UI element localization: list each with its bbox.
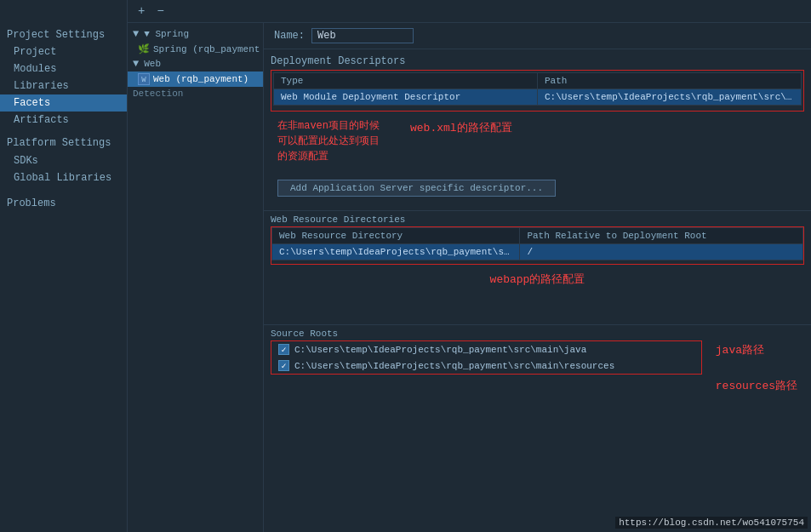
- col-type: Type: [274, 73, 538, 89]
- sidebar-item-facets[interactable]: Facets: [0, 94, 127, 112]
- sidebar-item-artifacts[interactable]: Artifacts: [0, 112, 127, 129]
- spring-label: ▼ Spring: [144, 29, 189, 39]
- resources-source-row[interactable]: ✓ C:\Users\temp\IdeaProjects\rqb_payment…: [271, 358, 701, 374]
- tree-panel: ▼ ▼ Spring 🌿 Spring (rqb_payment ▼ Web W…: [128, 23, 264, 532]
- toolbar: + −: [128, 0, 811, 23]
- sidebar: + Project Settings Project Modules Libra…: [0, 0, 128, 532]
- web-item[interactable]: W Web (rqb_payment): [128, 72, 263, 87]
- web-section-header[interactable]: ▼ Web: [128, 56, 263, 72]
- web-item-label: Web (rqb_payment): [153, 74, 248, 84]
- java-checkbox[interactable]: ✓: [278, 344, 289, 355]
- name-row: Name:: [264, 23, 811, 49]
- spring-section-header[interactable]: ▼ ▼ Spring: [128, 26, 263, 42]
- sidebar-item-libraries[interactable]: Libraries: [0, 77, 127, 94]
- platform-settings-title: Platform Settings: [0, 134, 127, 152]
- col-web-dir: Web Resource Directory: [272, 228, 520, 244]
- add-button[interactable]: +: [134, 3, 148, 19]
- col-path: Path: [538, 73, 802, 89]
- source-roots-label: Source Roots: [264, 324, 811, 340]
- content-split: ▼ ▼ Spring 🌿 Spring (rqb_payment ▼ Web W…: [128, 23, 811, 532]
- resources-path-annotation: resources路径: [709, 376, 804, 395]
- non-maven-annotation: 在非maven项目的时候可以配置此处达到项目的资源配置: [271, 115, 386, 168]
- sidebar-item-project[interactable]: Project: [0, 43, 127, 60]
- java-path: C:\Users\temp\IdeaProjects\rqb_payment\s…: [294, 345, 586, 355]
- webapp-annotation: webapp的路径配置: [264, 265, 811, 294]
- web-collapse-icon: ▼: [133, 58, 139, 70]
- web-resource-table: Web Resource Directory Path Relative to …: [271, 227, 803, 260]
- web-resource-row[interactable]: C:\Users\temp\IdeaProjects\rqb_payment\s…: [272, 244, 803, 260]
- detail-scroll: Deployment Descriptors Type Path: [264, 49, 811, 532]
- name-input[interactable]: [311, 28, 414, 43]
- spring-item-label: Spring (rqb_payment: [153, 44, 260, 54]
- web-dir-cell: C:\Users\temp\IdeaProjects\rqb_payment\s…: [272, 244, 520, 260]
- deployment-descriptors-header[interactable]: Deployment Descriptors: [264, 53, 811, 70]
- detection-label: Detection: [128, 87, 263, 100]
- web-leaf-icon: W: [138, 73, 150, 85]
- project-settings-title: Project Settings: [0, 26, 127, 43]
- deployment-table-container: Type Path Web Module Deployment Descript…: [271, 70, 804, 112]
- deployment-descriptors-label: Deployment Descriptors: [271, 55, 405, 67]
- name-label: Name:: [274, 30, 305, 42]
- spring-leaf-icon: 🌿: [138, 43, 150, 54]
- deployment-table: Type Path Web Module Deployment Descript…: [273, 72, 802, 106]
- row-path: C:\Users\temp\IdeaProjects\rqb_payment\s…: [538, 89, 802, 106]
- resources-path: C:\Users\temp\IdeaProjects\rqb_payment\s…: [294, 361, 614, 371]
- table-row[interactable]: Web Module Deployment Descriptor C:\User…: [274, 89, 802, 106]
- web-resource-section-label: Web Resource Directories: [264, 210, 811, 226]
- row-type: Web Module Deployment Descriptor: [274, 89, 538, 106]
- sidebar-item-sdks[interactable]: SDKs: [0, 152, 127, 169]
- watermark: https://blog.csdn.net/wo541075754: [615, 517, 808, 529]
- web-section-label: Web: [144, 59, 161, 69]
- java-path-annotation: java路径: [709, 340, 804, 359]
- resources-checkbox[interactable]: ✓: [278, 360, 289, 371]
- webxml-annotation: web.xml的路径配置: [403, 115, 519, 139]
- source-roots-container: ✓ C:\Users\temp\IdeaProjects\rqb_payment…: [271, 340, 702, 375]
- spring-collapse-icon: ▼: [133, 28, 139, 40]
- remove-button[interactable]: −: [153, 3, 167, 19]
- col-relative-path: Path Relative to Deployment Root: [520, 228, 803, 244]
- sidebar-item-modules[interactable]: Modules: [0, 60, 127, 77]
- web-resource-table-wrapper: Web Resource Directory Path Relative to …: [264, 226, 811, 265]
- detail-panel: Name: Deployment Descriptors: [264, 23, 811, 532]
- sidebar-item-global-libraries[interactable]: Global Libraries: [0, 169, 127, 186]
- spring-item[interactable]: 🌿 Spring (rqb_payment: [128, 42, 263, 56]
- add-descriptor-button[interactable]: Add Application Server specific descript…: [277, 180, 556, 197]
- java-source-row[interactable]: ✓ C:\Users\temp\IdeaProjects\rqb_payment…: [271, 341, 701, 358]
- main-content: + − ▼ ▼ Spring 🌿 Spring (rqb_payment ▼ W…: [128, 0, 811, 532]
- sidebar-item-problems[interactable]: Problems: [0, 195, 127, 212]
- relative-path-cell: /: [520, 244, 803, 260]
- sidebar-header: +: [0, 7, 127, 26]
- web-resource-table-container: Web Resource Directory Path Relative to …: [271, 226, 804, 265]
